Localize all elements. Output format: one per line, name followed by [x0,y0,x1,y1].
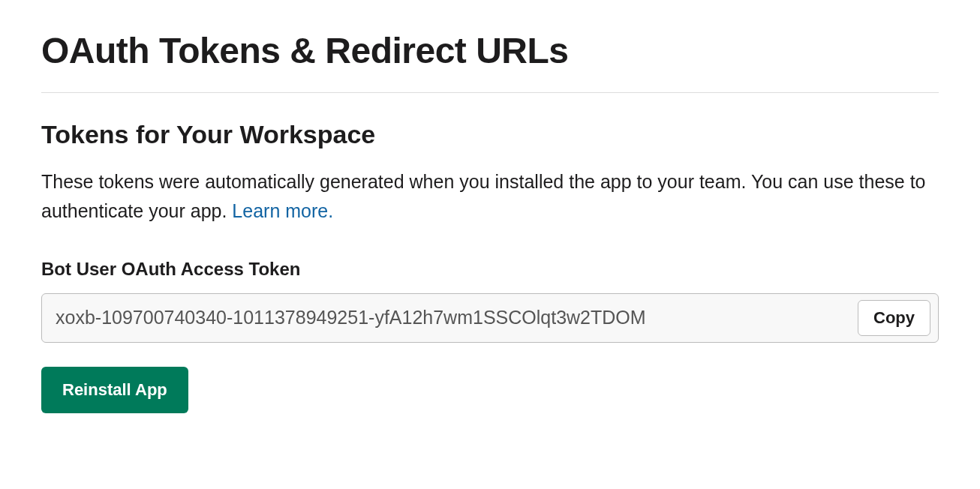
learn-more-link[interactable]: Learn more. [232,200,333,221]
token-value[interactable]: xoxb-109700740340-1011378949251-yfA12h7w… [56,307,849,328]
copy-button[interactable]: Copy [858,300,930,336]
token-field: xoxb-109700740340-1011378949251-yfA12h7w… [41,293,939,343]
divider [41,92,939,93]
page-title: OAuth Tokens & Redirect URLs [41,30,939,71]
section-description: These tokens were automatically generate… [41,167,939,226]
section-title: Tokens for Your Workspace [41,120,939,149]
token-field-label: Bot User OAuth Access Token [41,259,939,280]
reinstall-app-button[interactable]: Reinstall App [41,367,188,413]
description-text: These tokens were automatically generate… [41,171,926,221]
